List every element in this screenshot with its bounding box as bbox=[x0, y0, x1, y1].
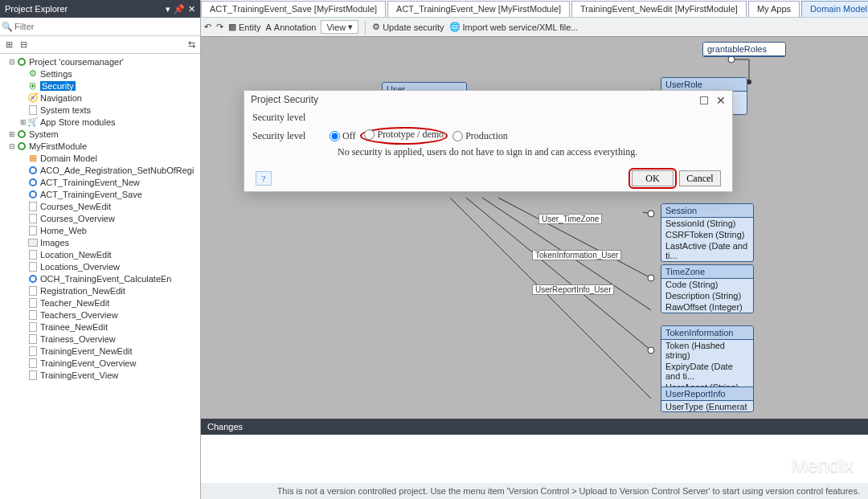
svg-point-13 bbox=[648, 211, 654, 217]
ok-button[interactable]: OK bbox=[632, 170, 674, 186]
assoc-userreport-user[interactable]: UserReportInfo_User bbox=[532, 284, 614, 295]
tree-item[interactable]: TrainingEvent_NewEdit bbox=[0, 345, 200, 357]
entity-session[interactable]: Session SessionId (String) CSRFToken (St… bbox=[661, 203, 754, 262]
radio-off[interactable]: Off bbox=[330, 130, 355, 142]
file-icon bbox=[27, 370, 39, 381]
tree-item[interactable]: Home_Web bbox=[0, 224, 200, 236]
compass-icon: 🧭 bbox=[27, 92, 39, 104]
tree-item[interactable]: ⚙Settings bbox=[0, 67, 200, 80]
svg-line-12 bbox=[643, 212, 651, 214]
file-icon bbox=[27, 261, 39, 272]
annotation-button[interactable]: A Annotation bbox=[266, 22, 317, 32]
undo-button[interactable]: ↶ bbox=[204, 22, 211, 32]
collapse-all-icon[interactable]: ⊟ bbox=[18, 39, 29, 51]
changes-title: Changes bbox=[207, 422, 243, 432]
entity-button[interactable]: ▩ Entity bbox=[228, 22, 261, 32]
svg-point-10 bbox=[648, 347, 654, 354]
editor-tab[interactable]: ACT_TrainingEvent_New [MyFirstModule] bbox=[387, 1, 570, 17]
stack-icon bbox=[27, 237, 39, 248]
svg-line-6 bbox=[498, 198, 651, 278]
tree-item[interactable]: System texts bbox=[0, 104, 200, 116]
tree-item[interactable]: ⛨Security bbox=[0, 80, 200, 92]
tree-item[interactable]: Registration_NewEdit bbox=[0, 284, 200, 297]
dropdown-icon[interactable]: ▾ bbox=[166, 4, 170, 14]
tree-item[interactable]: TrainingEvent_Overview bbox=[0, 357, 200, 369]
panel-title: Project Explorer bbox=[5, 4, 68, 14]
tree-item[interactable]: Trainess_Overview bbox=[0, 333, 200, 345]
tree-item[interactable]: ⊟Project 'coursemanager' bbox=[0, 55, 200, 67]
editor-tab[interactable]: Domain Model [System]× bbox=[801, 1, 868, 17]
file-icon bbox=[27, 333, 39, 345]
tree-item[interactable]: Teacher_NewEdit bbox=[0, 297, 200, 309]
circle-green-icon bbox=[16, 129, 27, 140]
radio-prototype[interactable]: Prototype / demo bbox=[364, 129, 444, 141]
entity-grantable[interactable]: grantableRoles bbox=[702, 42, 786, 57]
editor-toolbar: ↶ ↷ ▩ Entity A Annotation View ▾ ⚙ Updat… bbox=[201, 18, 868, 37]
cart-icon: 🛒 bbox=[27, 117, 39, 128]
import-button[interactable]: 🌐 Import web service/XML file... bbox=[449, 22, 579, 32]
security-label: Security level bbox=[252, 130, 330, 142]
project-security-dialog: Project Security ✕ Security level Securi… bbox=[244, 90, 733, 192]
entity-tokeninfo[interactable]: TokenInformation Token (Hashed string) E… bbox=[661, 325, 754, 394]
tree-item[interactable]: Courses_NewEdit bbox=[0, 200, 200, 212]
shield-icon: ⛨ bbox=[27, 80, 39, 92]
security-heading: Security level bbox=[252, 112, 330, 124]
tree-item[interactable]: ⊟MyFirstModule bbox=[0, 140, 200, 152]
maximize-icon[interactable] bbox=[700, 96, 708, 104]
assoc-token-user[interactable]: TokenInformation_User bbox=[532, 250, 621, 260]
project-tree[interactable]: ⊟Project 'coursemanager'⚙Settings⛨Securi… bbox=[0, 54, 200, 499]
view-button[interactable]: View ▾ bbox=[321, 20, 358, 34]
tree-item[interactable]: Courses_Overview bbox=[0, 212, 200, 224]
sync-icon[interactable]: ⇆ bbox=[186, 39, 197, 51]
tree-item[interactable]: 🧭Navigation bbox=[0, 92, 200, 104]
svg-point-7 bbox=[648, 275, 654, 281]
circle-green-icon bbox=[16, 56, 27, 67]
file-icon bbox=[27, 201, 39, 212]
tree-item[interactable]: ⊞System bbox=[0, 128, 200, 140]
editor-tab[interactable]: TrainingEvent_NewEdit [MyFirstModule] bbox=[571, 1, 747, 17]
pin-icon[interactable]: 📌 bbox=[174, 4, 185, 14]
update-security-button[interactable]: ⚙ Update security bbox=[372, 22, 444, 32]
tree-item[interactable]: ACO_Ade_Registration_SetNubOfRegi bbox=[0, 164, 200, 176]
tree-item[interactable]: ▦Domain Model bbox=[0, 152, 200, 164]
tree-item[interactable]: OCH_TrainingEvent_CalculateEn bbox=[0, 272, 200, 284]
filter-input[interactable] bbox=[14, 19, 199, 34]
help-icon[interactable]: ? bbox=[256, 171, 272, 186]
file-icon bbox=[27, 285, 39, 297]
file-icon bbox=[27, 358, 39, 369]
close-icon[interactable]: ✕ bbox=[188, 4, 195, 14]
circle-blue-icon bbox=[27, 273, 39, 284]
tree-item[interactable]: Locations_Overview bbox=[0, 260, 200, 272]
tree-item[interactable]: TrainingEvent_View bbox=[0, 369, 200, 381]
radio-production[interactable]: Production bbox=[452, 130, 508, 142]
security-hint: No security is applied, users do not hav… bbox=[338, 146, 724, 158]
expand-all-icon[interactable]: ⊞ bbox=[3, 39, 14, 51]
tree-item[interactable]: Location_NewEdit bbox=[0, 248, 200, 260]
panel-header: Project Explorer ▾ 📌 ✕ bbox=[0, 0, 200, 18]
assoc-user-timezone[interactable]: User_TimeZone bbox=[538, 214, 602, 224]
editor-tab[interactable]: ACT_TrainingEvent_Save [MyFirstModule] bbox=[201, 1, 386, 17]
tree-item[interactable]: ACT_TrainingEvent_New bbox=[0, 176, 200, 188]
file-icon bbox=[27, 225, 39, 236]
redo-button[interactable]: ↷ bbox=[216, 22, 223, 32]
cancel-button[interactable]: Cancel bbox=[679, 170, 721, 186]
circle-blue-icon bbox=[27, 165, 39, 176]
project-explorer-panel: Project Explorer ▾ 📌 ✕ 🔍 ⊞ ⊟ ⇆ ⊟Project … bbox=[0, 0, 201, 499]
entity-timezone[interactable]: TimeZone Code (String) Description (Stri… bbox=[661, 264, 754, 313]
tree-item[interactable]: ⊞🛒App Store modules bbox=[0, 116, 200, 128]
tree-item[interactable]: Teachers_Overview bbox=[0, 309, 200, 321]
circle-blue-icon bbox=[27, 177, 39, 188]
file-icon bbox=[27, 297, 39, 309]
file-icon bbox=[27, 213, 39, 224]
svg-point-4 bbox=[728, 56, 735, 63]
entity-userreport[interactable]: UserReportInfo UserType (Enumerat bbox=[661, 387, 754, 412]
tree-item[interactable]: Trainee_NewEdit bbox=[0, 321, 200, 333]
file-icon bbox=[27, 346, 39, 357]
close-icon[interactable]: ✕ bbox=[716, 94, 726, 107]
circle-green-icon bbox=[16, 141, 27, 152]
tree-item[interactable]: Images bbox=[0, 236, 200, 248]
editor-tabs: ACT_TrainingEvent_Save [MyFirstModule]AC… bbox=[201, 0, 868, 18]
editor-tab[interactable]: My Apps bbox=[748, 1, 800, 17]
svg-line-11 bbox=[450, 198, 651, 399]
tree-item[interactable]: ACT_TrainingEvent_Save bbox=[0, 188, 200, 200]
